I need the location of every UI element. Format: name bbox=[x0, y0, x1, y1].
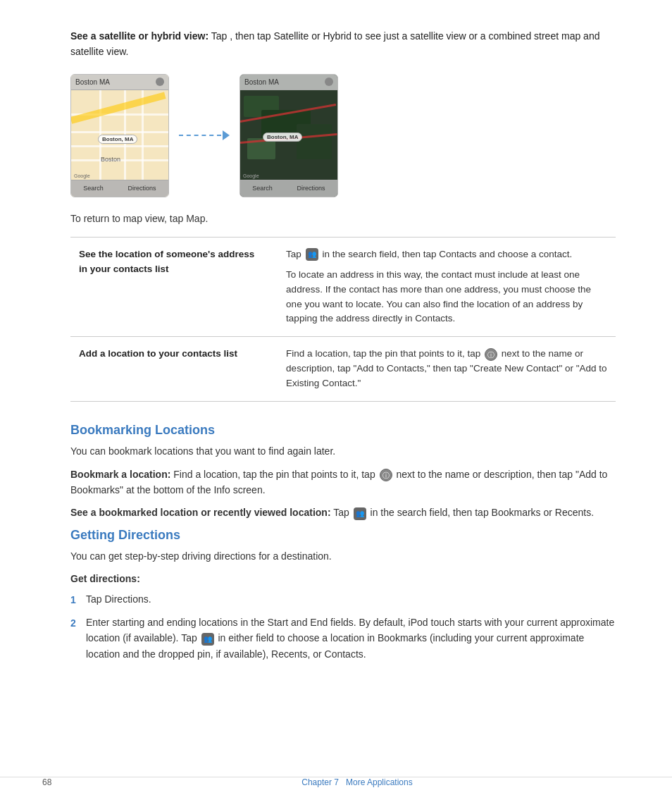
table-row-add-location: Add a location to your contacts list Fin… bbox=[70, 337, 616, 402]
map1-search-label: Search bbox=[83, 185, 104, 192]
street-map-image: Boston MA Boston, MA Boston Google bbox=[70, 74, 169, 197]
info-icon-1: ⓘ bbox=[485, 348, 497, 361]
directions-steps: 1 Tap Directions. 2 Enter starting and e… bbox=[70, 591, 616, 663]
highlight-road bbox=[70, 92, 166, 123]
map1-boston-text: Boston bbox=[101, 156, 120, 163]
bookmarking-section: Bookmarking Locations You can bookmark l… bbox=[70, 423, 616, 521]
contacts-icon-1: 👥 bbox=[306, 248, 318, 261]
directions-intro: You can get step-by-step driving directi… bbox=[70, 548, 616, 564]
footer-page-number: 68 bbox=[42, 777, 85, 787]
get-directions-bold: Get directions: bbox=[70, 571, 616, 586]
step-1-text: Tap Directions. bbox=[86, 591, 616, 607]
bookmark-info-icon: ⓘ bbox=[380, 469, 392, 481]
step-2-number: 2 bbox=[70, 615, 86, 631]
see-bookmarked-para: See a bookmarked location or recently vi… bbox=[70, 505, 616, 520]
table-right-contacts-p2: To locate an address in this way, the co… bbox=[286, 268, 607, 327]
return-map-text: To return to map view, tap Map. bbox=[70, 213, 616, 224]
table-left-add-location: Add a location to your contacts list bbox=[70, 337, 278, 402]
map1-title-bar: Boston MA bbox=[71, 75, 168, 90]
map1-google-text: Google bbox=[74, 173, 90, 178]
map1-boston-label: Boston, MA bbox=[98, 135, 137, 144]
step-2-text: Enter starting and ending locations in t… bbox=[86, 615, 616, 662]
see-bookmarked-text: Tap 👥 in the search field, then tap Book… bbox=[333, 507, 594, 518]
street-map-visual: Boston MA Boston, MA Boston Google bbox=[71, 75, 168, 197]
table-row-contacts: See the location of someone's address in… bbox=[70, 237, 616, 337]
bookmarking-intro: You can bookmark locations that you want… bbox=[70, 443, 616, 459]
map2-title-bar: Boston MA bbox=[240, 75, 337, 90]
map2-search-label: Search bbox=[252, 185, 273, 192]
arrow-head bbox=[223, 130, 230, 140]
map2-directions-label: Directions bbox=[297, 185, 325, 192]
dotted-arrow bbox=[179, 130, 230, 140]
map1-title-text: Boston MA bbox=[75, 78, 110, 86]
dotted-line bbox=[179, 135, 221, 136]
info-table: See the location of someone's address in… bbox=[70, 237, 616, 402]
footer-chapter-link: More Applications bbox=[346, 777, 413, 787]
step-2: 2 Enter starting and ending locations in… bbox=[70, 615, 616, 662]
directions-bookmark-icon: 👥 bbox=[201, 633, 214, 646]
sat-patch-4 bbox=[297, 124, 332, 159]
road-h2 bbox=[71, 131, 168, 133]
bookmark-bold: Bookmark a location: bbox=[70, 469, 170, 480]
step-1-number: 1 bbox=[70, 591, 86, 608]
table-right-contacts: Tap 👥 in the search field, then tap Cont… bbox=[278, 237, 616, 337]
satellite-bold: See a satellite or hybrid view: bbox=[70, 30, 209, 42]
page-footer: 68 Chapter 7 More Applications bbox=[0, 777, 672, 787]
footer-chapter-label: Chapter 7 bbox=[301, 777, 339, 787]
page-container: See a satellite or hybrid view: Tap , th… bbox=[0, 0, 672, 807]
getting-directions-section: Getting Directions You can get step-by-s… bbox=[70, 528, 616, 662]
bookmark-location-para: Bookmark a location: Find a location, ta… bbox=[70, 467, 616, 498]
map2-boston-label: Boston, MA bbox=[263, 133, 302, 142]
map-images-row: Boston MA Boston, MA Boston Google bbox=[70, 74, 616, 197]
map2-close-btn bbox=[325, 78, 333, 86]
map2-google-text: Google bbox=[243, 173, 259, 178]
step-1: 1 Tap Directions. bbox=[70, 591, 616, 608]
map1-directions-label: Directions bbox=[128, 185, 156, 192]
map2-title-text: Boston MA bbox=[244, 78, 279, 86]
satellite-map-visual: Boston MA Boston, MA Google Search Direc… bbox=[240, 75, 337, 197]
bookmarking-heading: Bookmarking Locations bbox=[70, 423, 616, 438]
satellite-map-image: Boston MA Boston, MA Google Search Direc… bbox=[239, 74, 338, 197]
map2-bottom-bar: Search Directions bbox=[240, 180, 337, 197]
footer-chapter-text: Chapter 7 More Applications bbox=[85, 777, 630, 787]
map-transition-arrow bbox=[169, 130, 239, 140]
map1-close-btn bbox=[156, 78, 164, 86]
satellite-intro-text: See a satellite or hybrid view: Tap , th… bbox=[70, 28, 616, 60]
table-left-contacts: See the location of someone's address in… bbox=[70, 237, 278, 337]
see-bookmarked-bold: See a bookmarked location or recently vi… bbox=[70, 507, 331, 518]
directions-heading: Getting Directions bbox=[70, 528, 616, 543]
road-h3 bbox=[71, 145, 168, 147]
table-right-add-location: Find a location, tap the pin that points… bbox=[278, 337, 616, 402]
map1-bottom-bar: Search Directions bbox=[71, 180, 168, 197]
bookmark-search-icon: 👥 bbox=[354, 507, 366, 520]
table-right-add-p1: Find a location, tap the pin that points… bbox=[286, 347, 607, 391]
table-right-contacts-p1: Tap 👥 in the search field, then tap Cont… bbox=[286, 247, 607, 262]
